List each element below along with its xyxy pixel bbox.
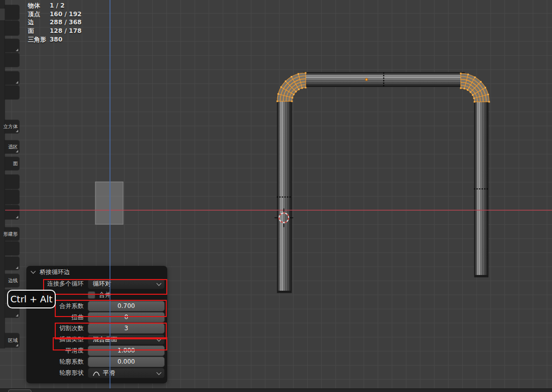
plane-object[interactable]: [95, 182, 123, 224]
object-origin-dot: [365, 78, 367, 81]
pipe-mesh[interactable]: [277, 72, 490, 293]
edge-marks: [277, 72, 489, 197]
viewport-canvas[interactable]: [0, 0, 552, 392]
blender-window: 立方体 选区 面 形建形 边线 缩放 区域 物体1 / 2 顶点160 / 19…: [0, 0, 552, 392]
status-bar-mouse-hint: [8, 389, 31, 392]
status-bar: [0, 388, 552, 392]
key-press-overlay: Ctrl + Alt: [7, 290, 56, 308]
